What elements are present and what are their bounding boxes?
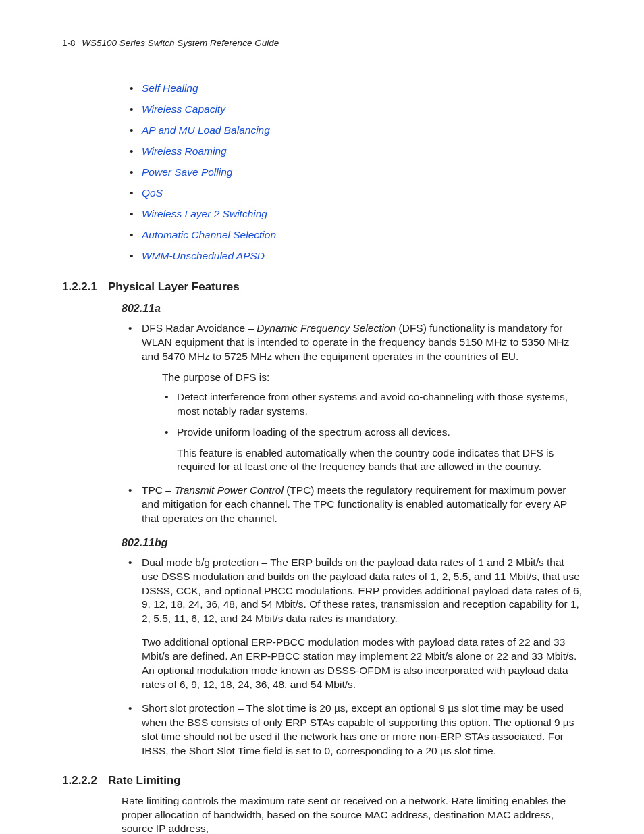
section-title: Physical Layer Features — [108, 280, 240, 295]
content-802-11a: DFS Radar Avoidance – Dynamic Frequency … — [122, 321, 582, 526]
section-number: 1.2.2.1 — [62, 280, 108, 295]
tpc-term: Transmit Power Control — [174, 484, 284, 496]
page-number: 1-8 — [62, 38, 76, 48]
content-802-11bg: Dual mode b/g protection – The ERP build… — [122, 556, 582, 758]
subheading-802-11a: 802.11a — [122, 301, 582, 316]
toc-link-qos[interactable]: QoS — [130, 186, 582, 201]
header-title: WS5100 Series Switch System Reference Gu… — [82, 38, 279, 48]
dfs-prefix: DFS Radar Avoidance – — [142, 322, 257, 334]
bullet-dfs: DFS Radar Avoidance – Dynamic Frequency … — [122, 321, 582, 474]
toc-link-self-healing[interactable]: Self Healing — [130, 82, 582, 96]
subheading-802-11bg: 802.11bg — [122, 536, 582, 550]
toc-link-ap-mu-load-balancing[interactable]: AP and MU Load Balancing — [130, 124, 582, 138]
toc-link-wmm-unscheduled-apsd[interactable]: WMM-Unscheduled APSD — [130, 249, 582, 263]
dfs-purpose-intro: The purpose of DFS is: — [162, 371, 582, 385]
toc-list: Self Healing Wireless Capacity AP and MU… — [62, 82, 582, 263]
bullet-tpc: TPC – Transmit Power Control (TPC) meets… — [122, 484, 582, 526]
dfs-term: Dynamic Frequency Selection — [257, 322, 396, 334]
toc-link-wireless-l2-switching[interactable]: Wireless Layer 2 Switching — [130, 207, 582, 221]
dfs-point-1: Detect interference from other systems a… — [162, 390, 582, 419]
dfs-note: This feature is enabled automatically wh… — [177, 446, 582, 475]
section-title: Rate Limiting — [108, 773, 181, 789]
section-heading-rate-limiting: 1.2.2.2 Rate Limiting — [62, 773, 582, 789]
page-header: 1-8 WS5100 Series Switch System Referenc… — [62, 37, 582, 49]
section-heading-physical-layer: 1.2.2.1 Physical Layer Features — [62, 280, 582, 295]
bullet-dual-mode: Dual mode b/g protection – The ERP build… — [122, 556, 582, 692]
rate-limiting-paragraph: Rate limiting controls the maximum rate … — [122, 794, 582, 834]
dfs-purpose-list: Detect interference from other systems a… — [142, 390, 582, 440]
document-page: 1-8 WS5100 Series Switch System Referenc… — [0, 0, 644, 834]
toc-link-power-save-polling[interactable]: Power Save Polling — [130, 165, 582, 180]
dual-mode-extra: Two additional optional ERP-PBCC modulat… — [142, 635, 582, 692]
tpc-prefix: TPC – — [142, 484, 174, 496]
dual-mode-text: Dual mode b/g protection – The ERP build… — [142, 556, 582, 625]
dfs-point-2: Provide uniform loading of the spectrum … — [162, 425, 582, 440]
section-number: 1.2.2.2 — [62, 773, 108, 789]
toc-link-auto-channel-selection[interactable]: Automatic Channel Selection — [130, 228, 582, 242]
bullet-short-slot: Short slot protection – The slot time is… — [122, 702, 582, 758]
toc-link-wireless-roaming[interactable]: Wireless Roaming — [130, 145, 582, 159]
toc-link-wireless-capacity[interactable]: Wireless Capacity — [130, 103, 582, 117]
